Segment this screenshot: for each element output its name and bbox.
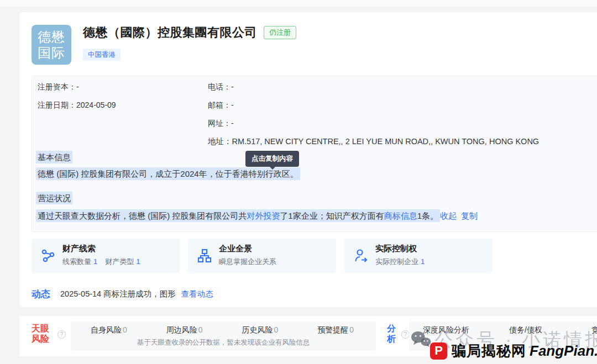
surrounding-risk-count: 0 — [198, 325, 203, 334]
info-row-registered-capital: 注册资本：- — [38, 82, 79, 92]
analysis-brand-line2: 析 — [387, 334, 396, 344]
page-top-strip — [0, 0, 597, 7]
risk-section-card: 天眼 风险 ? 自身风险0 周边风险0 历史风险0 预警提醒0 基于天眼查收录的… — [19, 316, 597, 356]
tianyan-risk-brand-line1: 天眼 — [32, 323, 49, 334]
risk-note: 基于天眼查收录的公开数据，暂未发现该企业有风险信息 — [71, 338, 376, 347]
page-bottom-strip — [0, 356, 597, 364]
region-tag: 中国香港 — [83, 49, 121, 61]
outbound-investment-link[interactable]: 对外投资 — [247, 211, 280, 220]
info-row-phone: 电话：- — [208, 82, 234, 92]
surrounding-risk-item[interactable]: 周边风险0 — [166, 325, 203, 335]
website-label: 网址： — [208, 119, 231, 128]
risk-summary-box: 自身风险0 周边风险0 历史风险0 预警提醒0 基于天眼查收录的公开数据，暂未发… — [71, 321, 376, 351]
dynamic-text: 2025-05-14 商标注册成功，图形 — [60, 289, 176, 299]
property-clues-icon — [40, 248, 56, 263]
analysis-items: 深度风险分析 债务/债权 竞 — [409, 321, 597, 335]
property-clues-subtitle: 线索数量1财产类型1 — [62, 257, 140, 267]
analysis-brand: 分 析 — [387, 323, 396, 344]
info-row-registration-date: 注册日期：2024-05-09 — [38, 101, 116, 110]
registration-date-value: 2024-05-09 — [76, 101, 116, 109]
actual-control-icon — [353, 248, 369, 263]
dynamic-label: 动态 — [32, 288, 50, 300]
copy-link[interactable]: 复制 — [461, 211, 478, 220]
collapse-link[interactable]: 收起 — [440, 211, 457, 220]
self-risk-item[interactable]: 自身风险0 — [91, 325, 127, 335]
phone-value: - — [231, 82, 234, 91]
copy-tooltip: 点击复制内容 — [245, 151, 299, 167]
property-type-label: 财产类型 — [105, 257, 134, 266]
basic-info-heading-text: 基本信息 — [36, 151, 72, 163]
controlled-company-value: 1 — [421, 257, 425, 266]
company-name: 德懋（國際）控股集團有限公司 — [83, 24, 257, 41]
warning-reminder-item[interactable]: 预警提醒0 — [317, 325, 354, 335]
actual-control-title: 实际控制权 — [375, 244, 417, 254]
company-panorama-title: 企业全景 — [219, 244, 252, 254]
basic-info-text: 德懋 (国际) 控股集团有限公司，成立于2024年，位于香港特别行政区。 — [36, 167, 300, 180]
view-dynamic-link[interactable]: 查看动态 — [181, 289, 213, 299]
property-type-value: 1 — [136, 257, 140, 266]
email-label: 邮箱： — [208, 101, 231, 109]
operation-status-text: 通过天眼查大数据分析，德懋 (国际) 控股集团有限公司共对外投资了1家企业；知识… — [36, 209, 440, 222]
company-info-panel: 注册资本：- 注册日期：2024-05-09 电话：- 邮箱：- 网址：- 地址… — [32, 76, 597, 232]
email-value: - — [231, 101, 234, 109]
address-value: RM.517, NEW CITY CENTRE,, 2 LEI YUE MUN … — [232, 137, 540, 146]
property-clues-card[interactable]: 财产线索 线索数量1财产类型1 — [32, 239, 180, 273]
company-title-row: 德懋（國際）控股集團有限公司 仍注册 — [83, 24, 296, 41]
website-value: - — [231, 119, 234, 128]
competition-item[interactable]: 竞 — [591, 325, 597, 335]
company-panorama-card[interactable]: 企业全景 瞬息掌握企业关系 — [188, 239, 336, 273]
info-row-address[interactable]: 地址：RM.517, NEW CITY CENTRE,, 2 LEI YUE M… — [208, 136, 539, 147]
analysis-brand-line1: 分 — [387, 323, 396, 334]
company-panorama-icon — [197, 248, 212, 263]
self-risk-label: 自身风险 — [91, 325, 122, 334]
info-row-email: 邮箱：- — [208, 101, 234, 110]
operation-seg2: 了1家企业；知识产权方面有 — [280, 211, 384, 220]
phone-label: 电话： — [208, 82, 231, 91]
tianyan-risk-brand: 天眼 风险 — [32, 323, 49, 344]
historical-risk-label: 历史风险 — [242, 325, 273, 334]
registration-date-label: 注册日期： — [38, 101, 76, 109]
warning-reminder-count: 0 — [349, 325, 354, 334]
property-clues-title: 财产线索 — [62, 244, 96, 254]
tianyan-risk-brand-line2: 风险 — [32, 334, 49, 344]
company-logo-line1: 德懋 — [38, 29, 65, 45]
company-logo-line2: 国际 — [38, 45, 65, 61]
address-label: 地址： — [208, 137, 232, 146]
self-risk-count: 0 — [123, 325, 127, 334]
warning-reminder-label: 预警提醒 — [317, 325, 348, 334]
operation-seg3: 1条。 — [417, 211, 438, 220]
analysis-box: 深度风险分析 债务/债权 竞 — [409, 321, 597, 351]
basic-info-paragraph[interactable]: 德懋 (国际) 控股集团有限公司，成立于2024年，位于香港特别行政区。 — [36, 169, 300, 180]
risk-help-icon[interactable]: ? — [57, 330, 66, 339]
deep-risk-analysis-item[interactable]: 深度风险分析 — [423, 325, 509, 335]
basic-info-heading: 基本信息 — [36, 152, 72, 163]
copy-tooltip-text: 点击复制内容 — [252, 155, 293, 162]
debt-credit-item[interactable]: 债务/债权 — [509, 325, 591, 335]
info-row-website: 网址：- — [208, 119, 234, 129]
historical-risk-item[interactable]: 历史风险0 — [242, 325, 278, 335]
analysis-help-icon[interactable]: ? — [401, 330, 410, 339]
risk-items: 自身风险0 周边风险0 历史风险0 预警提醒0 — [71, 321, 376, 335]
surrounding-risk-label: 周边风险 — [166, 325, 197, 334]
company-profile-card: 德懋 国际 德懋（國際）控股集團有限公司 仍注册 中国香港 注册资本：- 注册日… — [19, 12, 597, 307]
actual-control-subtitle: 实际控制企业1 — [375, 257, 425, 267]
registered-capital-value: - — [76, 82, 79, 91]
operation-seg1: 通过天眼查大数据分析，德懋 (国际) 控股集团有限公司共 — [38, 211, 247, 220]
clue-count-label: 线索数量 — [62, 257, 91, 266]
historical-risk-count: 0 — [274, 325, 278, 334]
operation-status-heading: 营运状况 — [36, 193, 72, 204]
dynamic-row: 动态 2025-05-14 商标注册成功，图形 查看动态 — [32, 288, 213, 300]
trademark-info-link[interactable]: 商标信息 — [384, 211, 417, 220]
actual-control-card[interactable]: 实际控制权 实际控制企业1 — [344, 239, 493, 273]
company-logo: 德懋 国际 — [32, 25, 71, 65]
operation-status-heading-text: 营运状况 — [36, 192, 72, 204]
registration-status-badge: 仍注册 — [264, 26, 296, 39]
registered-capital-label: 注册资本： — [38, 82, 76, 91]
clue-count-value: 1 — [93, 257, 97, 266]
operation-status-paragraph[interactable]: 通过天眼查大数据分析，德懋 (国际) 控股集团有限公司共对外投资了1家企业；知识… — [36, 211, 478, 221]
controlled-company-label: 实际控制企业 — [375, 257, 418, 266]
company-panorama-subtitle: 瞬息掌握企业关系 — [219, 257, 276, 267]
